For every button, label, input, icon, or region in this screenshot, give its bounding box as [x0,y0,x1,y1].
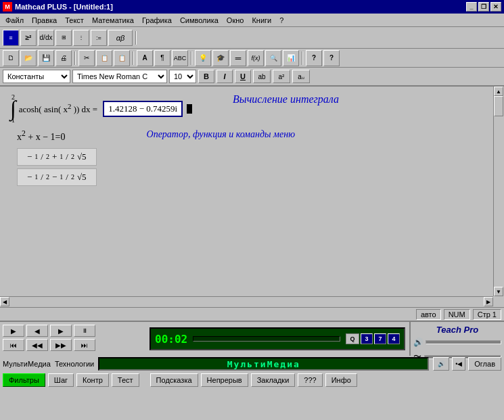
equation-text: x2 + x − 1=0 [17,132,66,142]
minimize-button[interactable]: _ [466,2,477,11]
scroll-left-btn[interactable]: ◀ [0,297,9,306]
menu-text[interactable]: Текст [61,15,88,26]
format-text-btn[interactable]: A [137,50,153,66]
status-num: NUM [444,309,470,320]
progress-bar[interactable] [193,336,340,342]
print-btn[interactable]: 🖨 [55,50,72,66]
copy-btn[interactable]: 📋 [96,50,112,66]
zoom-btn[interactable]: 🔍 [265,50,281,66]
multimedia-row: МультиМедиа Технологии МультиМедиа 🔊 •◀ … [0,356,504,372]
scroll-up-btn[interactable]: ▲ [494,87,503,96]
info-btn[interactable]: Инфо [325,373,357,387]
question-btn[interactable]: ??? [298,373,322,387]
hint-btn[interactable]: 💡 [195,50,211,66]
dot-btn[interactable]: •◀ [452,357,465,371]
play-btn[interactable]: ▶ [3,325,24,337]
next-btn[interactable]: ▶ [50,325,72,337]
subscript-btn[interactable]: aᵤ [292,70,310,83]
open-btn[interactable]: 📂 [20,50,37,66]
media-top: ▶ ◀ ▶ ⏸ ⏮ ◀◀ ▶▶ ⏭ 00:02 Q 3 7 4 [0,322,504,356]
restore-button[interactable]: ❐ [478,2,489,11]
options-btn[interactable]: Оглав [468,357,501,371]
ind3: 4 [388,333,400,344]
calc-btn[interactable]: ≡ [3,30,19,46]
first-btn[interactable]: ⏮ [3,339,24,351]
style-select[interactable]: Константы [3,70,70,83]
scroll-thumb[interactable] [494,96,503,116]
fastfwd-btn[interactable]: ▶▶ [50,339,72,351]
size-select[interactable]: 10 [169,70,196,83]
menu-books[interactable]: Книги [248,15,275,26]
integral-expr: acosh( asin( x2 )) dx = [19,102,97,115]
scrollbar-vertical[interactable]: ▲ ▼ [493,87,504,296]
solution-row-1: −1/2 + 1/2 √5 [17,148,97,166]
diff-btn[interactable]: d/dx [38,30,54,46]
menu-graphics[interactable]: Графика [138,15,176,26]
paragraph-btn[interactable]: ¶ [154,50,170,66]
extra-btn1[interactable]: 🔊 [433,357,449,371]
menu-symbolics[interactable]: Символика [176,15,223,26]
teach-pro-panel: Teach Pro 🔊 〜 [409,322,504,356]
prog-btn[interactable]: ⋮ [73,30,89,46]
chart-btn[interactable]: 📊 [283,50,299,66]
help1-btn[interactable]: ? [306,50,322,66]
scroll-right-btn[interactable]: ▶ [484,297,493,306]
scroll-track[interactable] [494,96,504,287]
new-btn[interactable]: 🗋 [3,50,19,66]
close-button[interactable]: ✕ [490,2,501,11]
ineq-btn[interactable]: ≥² [20,30,37,46]
title-text: Mathcad PLUS - [Untitled:1] [15,3,466,11]
continuous-btn[interactable]: Непрерыв [201,373,248,387]
last-btn[interactable]: ⏭ [74,339,95,351]
filters-btn[interactable]: Фильтры [3,373,45,387]
media-row2: ⏮ ◀◀ ▶▶ ⏭ [3,339,143,351]
cut-btn[interactable]: ✂ [78,50,95,66]
scroll-down-btn[interactable]: ▼ [494,287,503,296]
media-row1: ▶ ◀ ▶ ⏸ [3,325,143,337]
worksheet[interactable]: 2 ∫ 1 acosh( asin( x2 )) dx = 1.42128 − … [0,87,493,296]
menu-math[interactable]: Математика [88,15,138,26]
bold-btn[interactable]: B [198,70,214,83]
superscript-btn[interactable]: a² [273,70,290,83]
pause-btn[interactable]: ⏸ [74,325,95,337]
matrix-btn[interactable]: ⊞ [55,30,72,46]
control-btn[interactable]: Контр [76,373,109,387]
scrollbar-horizontal[interactable]: ◀ ▶ [0,296,493,307]
equals-btn[interactable]: ═ [230,50,246,66]
menu-window[interactable]: Окно [223,15,248,26]
menu-help[interactable]: ? [275,15,288,26]
spellcheck-btn[interactable]: ABC [172,50,188,66]
title-bar: M Mathcad PLUS - [Untitled:1] _ ❐ ✕ [0,0,504,14]
step-btn[interactable]: Шаг [48,373,74,387]
sep5 [302,51,303,65]
fx-btn[interactable]: f(x) [248,50,264,66]
test-btn[interactable]: Тест [112,373,139,387]
menu-edit[interactable]: Правка [28,15,61,26]
technologies-label: Технологии [55,360,94,368]
paste-btn[interactable]: 📋 [114,50,130,66]
font-select[interactable]: Times New Roman C [72,70,167,83]
media-time-display: 00:02 Q 3 7 4 [150,327,405,350]
prev-btn[interactable]: ◀ [26,325,48,337]
alpha-beta-btn[interactable]: αβ [108,30,133,46]
volume-slider[interactable] [426,340,501,344]
media-controls-left: ▶ ◀ ▶ ⏸ ⏮ ◀◀ ▶▶ ⏭ [0,322,145,356]
cursor-indicator [187,104,192,114]
ab-btn[interactable]: ab [253,70,271,83]
save-btn[interactable]: 💾 [38,50,54,66]
multimedia-label: МультиМедиа [3,360,51,368]
bookmarks-btn[interactable]: Закладки [251,373,296,387]
volume-icon: 🔊 [413,337,423,347]
integral-title: Вычисление интеграла [233,93,339,105]
help2-btn[interactable]: ? [323,50,340,66]
italic-btn[interactable]: I [216,70,233,83]
underline-btn[interactable]: U [235,70,251,83]
learn-btn[interactable]: 🎓 [212,50,229,66]
h-scroll-track[interactable] [9,297,484,307]
solution-row-2: −1/2 − 1/2 √5 [17,168,97,186]
eval-btn[interactable]: := [91,30,107,46]
menu-file[interactable]: Файл [1,15,28,26]
hint-action-btn[interactable]: Подсказка [150,373,198,387]
rewind-btn[interactable]: ◀◀ [26,339,48,351]
equation-title-block: Оператор, функция и команды меню [147,129,296,140]
